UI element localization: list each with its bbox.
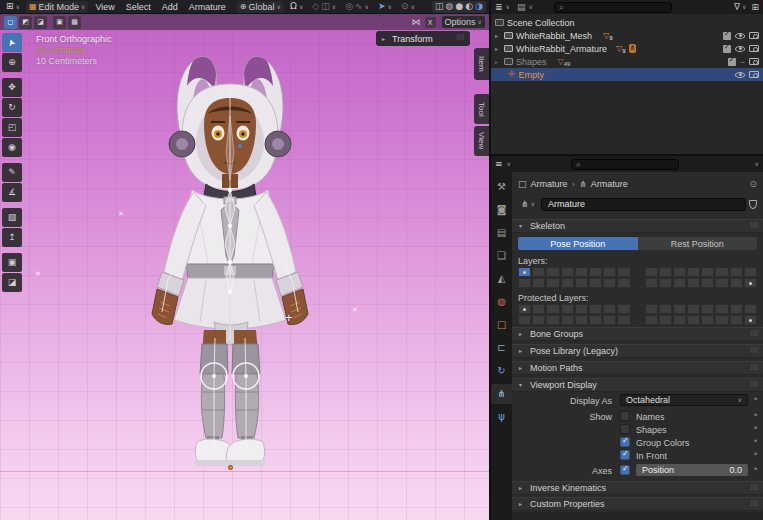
axes-position-slider[interactable]: Position 0.0 (636, 464, 748, 476)
axes-checkbox[interactable] (620, 465, 630, 475)
transform-panel-header[interactable]: ▸ Transform ⠿⠿ (376, 31, 470, 46)
tool-scale[interactable]: ◰ (2, 118, 22, 137)
expand-arrow-icon[interactable]: ▸ (495, 46, 501, 52)
layers-grid[interactable] (518, 267, 757, 288)
3d-viewport[interactable]: Front Orthographic (0) Armature 10 Centi… (0, 14, 489, 520)
animate-dot[interactable]: • (753, 450, 758, 459)
drag-handle-icon[interactable]: ⠿⠿ (750, 331, 758, 338)
proportional-editing-button[interactable]: ◎ ∿ ∨ (342, 1, 372, 13)
tab-view-layer[interactable]: ❏ (491, 246, 512, 266)
pose-position-button[interactable]: Pose Position (518, 237, 638, 250)
drag-handle-icon[interactable]: ⠿⠿ (456, 35, 464, 42)
eye-closed-icon[interactable]: ⌣ (740, 58, 745, 66)
drag-handle-icon[interactable]: ⠿⠿ (750, 365, 758, 372)
tab-tool[interactable]: ⚒ (491, 177, 512, 197)
checkbox-icon[interactable] (728, 58, 736, 66)
outliner-row-whiterabbit-mesh[interactable]: ▸ WhiteRabbit_Mesh ▽9 (491, 29, 763, 42)
camera-icon[interactable] (749, 32, 759, 39)
animate-dot[interactable]: • (753, 465, 758, 474)
select-mode-vertex-button[interactable]: ◻ (4, 16, 17, 29)
new-collection-icon[interactable]: ⊞ (751, 3, 759, 12)
tool-select-box[interactable]: ➤ (2, 33, 22, 52)
sidebar-tab-view[interactable]: View (474, 126, 489, 156)
section-motion-paths[interactable]: ▸ Motion Paths ⠿⠿ (512, 361, 763, 375)
overlays-dropdown[interactable]: ⊙ ∨ (398, 1, 418, 13)
expand-arrow-icon[interactable]: ▸ (495, 59, 501, 65)
eye-icon[interactable] (735, 46, 745, 52)
shapes-checkbox[interactable] (620, 424, 630, 434)
eye-icon[interactable] (735, 33, 745, 39)
rest-position-button[interactable]: Rest Position (638, 237, 758, 250)
outliner-row-empty[interactable]: ✛ Empty (491, 68, 763, 81)
tab-bone[interactable]: ψ (491, 407, 512, 427)
camera-icon[interactable] (749, 45, 759, 52)
tool-extrude-region[interactable]: ↥ (2, 228, 22, 247)
tab-output[interactable]: ▤ (491, 223, 512, 243)
tool-measure[interactable]: ∡ (2, 183, 22, 202)
outliner-row-shapes[interactable]: ▸ Shapes ▽49 ⌣ (491, 55, 763, 68)
animate-dot[interactable]: • (753, 411, 758, 420)
outliner-row-scene-collection[interactable]: Scene Collection (491, 16, 763, 29)
menu-add[interactable]: Add (158, 2, 182, 12)
sidebar-tab-tool[interactable]: Tool (474, 94, 489, 124)
filter-icon[interactable]: ∇ (734, 3, 740, 12)
tab-constraints[interactable]: ⊏ (491, 338, 512, 358)
section-skeleton[interactable]: ▾ Skeleton ⠿⠿ (512, 219, 763, 233)
gizmos-dropdown[interactable]: ➤ ∨ (375, 1, 395, 13)
tab-object-data[interactable]: ⋔ (491, 384, 512, 404)
drag-handle-icon[interactable]: ⠿⠿ (750, 382, 758, 389)
tool-transform[interactable]: ◉ (2, 138, 22, 157)
animate-dot[interactable]: • (753, 424, 758, 433)
tool-move[interactable]: ✥ (2, 78, 22, 97)
options-dropdown[interactable]: Options∨ (442, 16, 485, 28)
animate-dot[interactable]: • (753, 437, 758, 446)
checkbox-icon[interactable] (723, 45, 731, 53)
datablock-name-field[interactable]: Armature (541, 198, 746, 211)
shading-material-button[interactable]: ◐ (465, 2, 473, 11)
tool-annotate[interactable]: ✎ (2, 163, 22, 182)
camera-icon[interactable] (749, 58, 759, 65)
properties-search-input[interactable]: ⌕ (571, 159, 679, 170)
tool-bevel[interactable]: ◪ (2, 273, 22, 292)
menu-view[interactable]: View (91, 2, 118, 12)
outliner-search-input[interactable]: ⌕ (554, 2, 672, 13)
names-checkbox[interactable] (620, 411, 630, 421)
menu-armature[interactable]: Armature (185, 2, 230, 12)
outliner-row-whiterabbit-armature[interactable]: ▸ WhiteRabbit_Armature ▽9 ⋔ (491, 42, 763, 55)
tool-rotate[interactable]: ↻ (2, 98, 22, 117)
sidebar-tab-item[interactable]: Item (474, 48, 489, 80)
tab-scene[interactable]: ◭ (491, 269, 512, 289)
shading-rendered-button[interactable]: ◑ (475, 2, 483, 11)
animate-dot[interactable]: • (753, 395, 758, 404)
xray-icon[interactable]: ◫ (435, 2, 444, 11)
shading-wireframe-button[interactable]: ◍ (446, 2, 454, 11)
tool-inset-faces[interactable]: ▣ (2, 253, 22, 272)
editor-type-button[interactable]: ⊞ ∨ (3, 1, 23, 13)
panel-divider[interactable] (489, 0, 491, 520)
chevron-down-icon[interactable]: ∨ (755, 161, 759, 167)
section-inverse-kinematics[interactable]: ▸ Inverse Kinematics ⠿⠿ (512, 481, 763, 495)
checkbox-icon[interactable] (723, 32, 731, 40)
drag-handle-icon[interactable]: ⠿⠿ (750, 485, 758, 492)
camera-icon[interactable] (749, 71, 759, 78)
mode-dropdown[interactable]: ▦ Edit Mode ∨ (26, 1, 89, 13)
mirror-x-toggle[interactable]: X (425, 17, 436, 28)
expand-arrow-icon[interactable]: ▸ (495, 33, 501, 39)
shield-icon[interactable] (749, 200, 757, 209)
tool-add-cube[interactable]: ▧ (2, 208, 22, 227)
panel-divider[interactable] (491, 154, 763, 156)
section-bone-groups[interactable]: ▸ Bone Groups ⠿⠿ (512, 327, 763, 341)
tool-cursor[interactable]: ⊕ (2, 53, 22, 72)
section-pose-library[interactable]: ▸ Pose Library (Legacy) ⠿⠿ (512, 344, 763, 358)
snap-toggle[interactable]: Ω ∨ (287, 1, 306, 13)
protected-layers-grid[interactable] (518, 304, 757, 325)
drag-handle-icon[interactable]: ⠿⠿ (750, 501, 758, 508)
tab-render[interactable]: ◙ (491, 200, 512, 220)
in-front-checkbox[interactable] (620, 450, 630, 460)
outliner-editor-icon[interactable]: ≣ (495, 3, 503, 12)
snap-target-dropdown[interactable]: ◇ ◫ ∨ (309, 1, 339, 13)
drag-handle-icon[interactable]: ⠿⠿ (750, 348, 758, 355)
display-mode-icon[interactable]: ▤ (517, 3, 526, 12)
display-as-dropdown[interactable]: Octahedral ∨ (620, 394, 748, 406)
properties-editor-icon[interactable]: ≡ (495, 160, 503, 169)
